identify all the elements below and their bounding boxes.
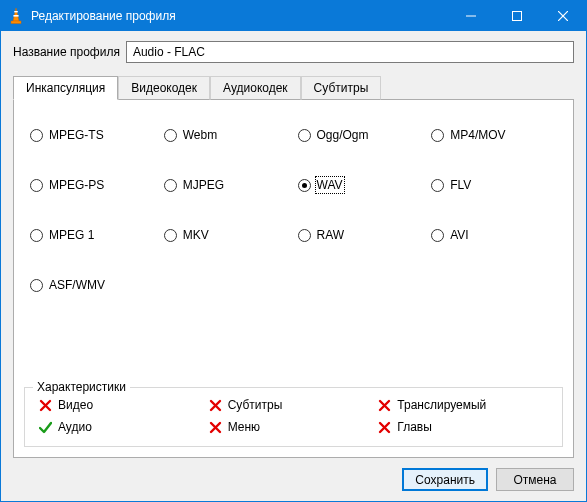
svg-rect-2 — [13, 15, 18, 17]
feature-субтитры: Субтитры — [209, 398, 379, 412]
feature-label: Видео — [58, 398, 93, 412]
save-button[interactable]: Сохранить — [402, 468, 488, 491]
radio-indicator-icon — [164, 229, 177, 242]
minimize-button[interactable] — [448, 1, 494, 31]
radio-indicator-icon — [164, 129, 177, 142]
svg-rect-5 — [513, 12, 522, 21]
close-button[interactable] — [540, 1, 586, 31]
tab-container: ИнкапсуляцияВидеокодекАудиокодекСубтитры… — [13, 75, 574, 458]
radio-indicator-icon — [298, 129, 311, 142]
radio-indicator-icon — [298, 229, 311, 242]
cross-icon — [378, 399, 391, 412]
svg-rect-3 — [11, 21, 21, 24]
radio-avi[interactable]: AVI — [431, 228, 557, 242]
radio-mpeg-1[interactable]: MPEG 1 — [30, 228, 156, 242]
window-title: Редактирование профиля — [31, 9, 176, 23]
radio-asf-wmv[interactable]: ASF/WMV — [30, 278, 156, 292]
radio-mjpeg[interactable]: MJPEG — [164, 178, 290, 192]
dialog-footer: Сохранить Отмена — [13, 458, 574, 491]
cross-icon — [209, 421, 222, 434]
radio-indicator-icon — [30, 179, 43, 192]
radio-label: ASF/WMV — [49, 278, 105, 292]
features-grid: ВидеоСубтитрыТранслируемыйАудиоМенюГлавы — [39, 398, 548, 434]
cancel-button[interactable]: Отмена — [496, 468, 574, 491]
features-fieldset: Характеристики ВидеоСубтитрыТранслируемы… — [24, 387, 563, 447]
radio-raw[interactable]: RAW — [298, 228, 424, 242]
features-legend: Характеристики — [33, 380, 130, 394]
client-area: Название профиля ИнкапсуляцияВидеокодекА… — [1, 31, 586, 501]
tab-strip: ИнкапсуляцияВидеокодекАудиокодекСубтитры — [13, 75, 574, 99]
maximize-button[interactable] — [494, 1, 540, 31]
tab-1[interactable]: Видеокодек — [118, 76, 210, 100]
radio-webm[interactable]: Webm — [164, 128, 290, 142]
vlc-cone-icon — [7, 7, 25, 25]
feature-label: Субтитры — [228, 398, 283, 412]
radio-label: AVI — [450, 228, 468, 242]
svg-rect-1 — [14, 11, 18, 12]
radio-indicator-icon — [164, 179, 177, 192]
feature-label: Аудио — [58, 420, 92, 434]
feature-видео: Видео — [39, 398, 209, 412]
radio-mpeg-ps[interactable]: MPEG-PS — [30, 178, 156, 192]
radio-mpeg-ts[interactable]: MPEG-TS — [30, 128, 156, 142]
radio-label: Ogg/Ogm — [317, 128, 369, 142]
tab-2[interactable]: Аудиокодек — [210, 76, 301, 100]
feature-аудио: Аудио — [39, 420, 209, 434]
radio-label: MPEG 1 — [49, 228, 94, 242]
check-icon — [39, 421, 52, 434]
radio-indicator-icon — [30, 129, 43, 142]
radio-indicator-icon — [298, 179, 311, 192]
feature-транслируемый: Транслируемый — [378, 398, 548, 412]
radio-label: MP4/MOV — [450, 128, 505, 142]
radio-indicator-icon — [431, 179, 444, 192]
radio-label: RAW — [317, 228, 345, 242]
window: Редактирование профиля Название профиля … — [0, 0, 587, 502]
radio-ogg-ogm[interactable]: Ogg/Ogm — [298, 128, 424, 142]
radio-mp4-mov[interactable]: MP4/MOV — [431, 128, 557, 142]
radio-label: MPEG-TS — [49, 128, 104, 142]
tab-0[interactable]: Инкапсуляция — [13, 76, 118, 100]
tab-3[interactable]: Субтитры — [301, 76, 382, 100]
cross-icon — [378, 421, 391, 434]
radio-wav[interactable]: WAV — [298, 178, 424, 192]
radio-indicator-icon — [30, 279, 43, 292]
tab-body-encapsulation: MPEG-TSWebmOgg/OgmMP4/MOVMPEG-PSMJPEGWAV… — [13, 99, 574, 458]
feature-label: Транслируемый — [397, 398, 486, 412]
radio-indicator-icon — [431, 129, 444, 142]
profile-name-label: Название профиля — [13, 45, 120, 59]
radio-indicator-icon — [30, 229, 43, 242]
radio-label: WAV — [317, 178, 343, 192]
radio-label: MKV — [183, 228, 209, 242]
radio-mkv[interactable]: MKV — [164, 228, 290, 242]
profile-name-input[interactable] — [126, 41, 574, 63]
radio-flv[interactable]: FLV — [431, 178, 557, 192]
format-radio-grid: MPEG-TSWebmOgg/OgmMP4/MOVMPEG-PSMJPEGWAV… — [24, 128, 563, 292]
cross-icon — [39, 399, 52, 412]
feature-label: Меню — [228, 420, 260, 434]
radio-label: MPEG-PS — [49, 178, 104, 192]
radio-label: Webm — [183, 128, 217, 142]
radio-label: FLV — [450, 178, 471, 192]
feature-label: Главы — [397, 420, 432, 434]
titlebar: Редактирование профиля — [1, 1, 586, 31]
radio-label: MJPEG — [183, 178, 224, 192]
feature-меню: Меню — [209, 420, 379, 434]
radio-indicator-icon — [431, 229, 444, 242]
svg-marker-0 — [13, 8, 19, 21]
cross-icon — [209, 399, 222, 412]
feature-главы: Главы — [378, 420, 548, 434]
